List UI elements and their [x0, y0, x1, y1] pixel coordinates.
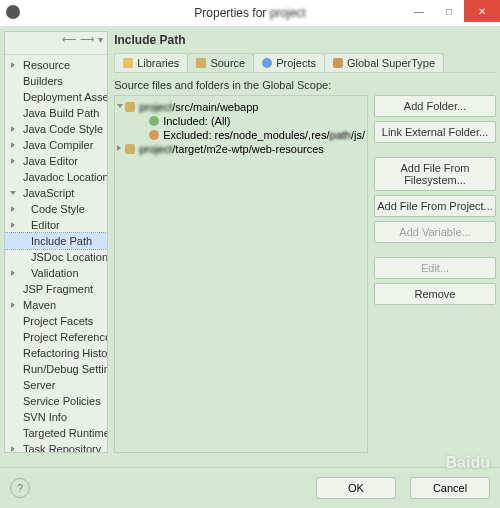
edit-button: Edit... — [374, 257, 496, 279]
add-folder-button[interactable]: Add Folder... — [374, 95, 496, 117]
tab-libraries[interactable]: Libraries — [114, 53, 188, 72]
source-folder[interactable]: project/target/m2e-wtp/web-resources — [117, 142, 365, 156]
add-file-filesystem-button[interactable]: Add File From Filesystem... — [374, 157, 496, 191]
nav-menu-icon[interactable]: ▾ — [98, 34, 103, 52]
nav-item-java-code-style[interactable]: Java Code Style — [5, 121, 107, 137]
included-patterns[interactable]: Included: (All) — [117, 114, 365, 128]
nav-item-java-compiler[interactable]: Java Compiler — [5, 137, 107, 153]
link-external-folder-button[interactable]: Link External Folder... — [374, 121, 496, 143]
nav-item-jsdoc-location[interactable]: JSDoc Location — [5, 249, 107, 265]
nav-item-validation[interactable]: Validation — [5, 265, 107, 281]
nav-back-icon[interactable]: ⟵ — [62, 34, 76, 52]
source-tree[interactable]: project/src/main/webapp Included: (All) … — [114, 95, 368, 453]
nav-item-java-editor[interactable]: Java Editor — [5, 153, 107, 169]
tab-label: Libraries — [137, 57, 179, 69]
nav-item-run-debug-settings[interactable]: Run/Debug Settings — [5, 361, 107, 377]
scope-hint: Source files and folders in the Global S… — [114, 79, 496, 91]
ok-button[interactable]: OK — [316, 477, 396, 499]
excluded-patterns[interactable]: Excluded: res/node_modules/,res/path/js/ — [117, 128, 365, 142]
cancel-button[interactable]: Cancel — [410, 477, 490, 499]
button-column: Add Folder... Link External Folder... Ad… — [374, 95, 496, 453]
tab-bar: LibrariesSourceProjectsGlobal SuperType — [114, 53, 496, 73]
dialog-footer: ? OK Cancel — [0, 467, 500, 508]
src-icon — [196, 58, 206, 68]
tab-label: Projects — [276, 57, 316, 69]
redacted: path — [330, 129, 351, 141]
nav-item-java-build-path[interactable]: Java Build Path — [5, 105, 107, 121]
nav-item-server[interactable]: Server — [5, 377, 107, 393]
add-file-project-button[interactable]: Add File From Project... — [374, 195, 496, 217]
nav-item-refactoring-history[interactable]: Refactoring History — [5, 345, 107, 361]
nav-item-task-repository[interactable]: Task Repository — [5, 441, 107, 453]
nav-item-service-policies[interactable]: Service Policies — [5, 393, 107, 409]
tab-source[interactable]: Source — [187, 53, 254, 72]
proj-icon — [262, 58, 272, 68]
help-button[interactable]: ? — [10, 478, 30, 498]
close-button[interactable]: ✕ — [464, 0, 500, 22]
window-titlebar: Properties for project — □ ✕ — [0, 0, 500, 27]
maximize-button[interactable]: □ — [434, 0, 464, 22]
app-icon — [6, 5, 20, 19]
window-title: Properties for project — [194, 6, 305, 20]
add-variable-button: Add Variable... — [374, 221, 496, 243]
category-nav: ⟵ ⟶ ▾ ResourceBuildersDeployment Assembl… — [4, 31, 108, 453]
page-title: Include Path — [114, 33, 496, 47]
nav-forward-icon[interactable]: ⟶ — [80, 34, 94, 52]
tab-label: Source — [210, 57, 245, 69]
nav-item-resource[interactable]: Resource — [5, 57, 107, 73]
nav-tree[interactable]: ResourceBuildersDeployment AssemblyJava … — [5, 55, 107, 453]
main-panel: Include Path LibrariesSourceProjectsGlob… — [114, 31, 496, 453]
nav-item-svn-info[interactable]: SVN Info — [5, 409, 107, 425]
gst-icon — [333, 58, 343, 68]
folder-icon — [123, 58, 133, 68]
nav-item-include-path[interactable]: Include Path — [5, 233, 107, 249]
nav-item-deployment-assembly[interactable]: Deployment Assembly — [5, 89, 107, 105]
properties-dialog: Properties for project — □ ✕ ⟵ ⟶ ▾ Resou… — [0, 0, 500, 508]
nav-item-javadoc-location[interactable]: Javadoc Location — [5, 169, 107, 185]
tab-global-supertype[interactable]: Global SuperType — [324, 53, 444, 72]
nav-item-maven[interactable]: Maven — [5, 297, 107, 313]
tab-label: Global SuperType — [347, 57, 435, 69]
source-folder[interactable]: project/src/main/webapp — [117, 100, 365, 114]
redacted: project — [139, 143, 172, 155]
nav-item-targeted-runtimes[interactable]: Targeted Runtimes — [5, 425, 107, 441]
nav-item-editor[interactable]: Editor — [5, 217, 107, 233]
redacted-project: project — [270, 6, 306, 20]
nav-item-project-references[interactable]: Project References — [5, 329, 107, 345]
redacted: project — [139, 101, 172, 113]
remove-button[interactable]: Remove — [374, 283, 496, 305]
minimize-button[interactable]: — — [404, 0, 434, 22]
window-buttons: — □ ✕ — [404, 0, 500, 22]
nav-item-project-facets[interactable]: Project Facets — [5, 313, 107, 329]
nav-item-builders[interactable]: Builders — [5, 73, 107, 89]
nav-item-jsp-fragment[interactable]: JSP Fragment — [5, 281, 107, 297]
nav-item-javascript[interactable]: JavaScript — [5, 185, 107, 201]
nav-toolbar: ⟵ ⟶ ▾ — [5, 32, 107, 55]
nav-item-code-style[interactable]: Code Style — [5, 201, 107, 217]
tab-projects[interactable]: Projects — [253, 53, 325, 72]
